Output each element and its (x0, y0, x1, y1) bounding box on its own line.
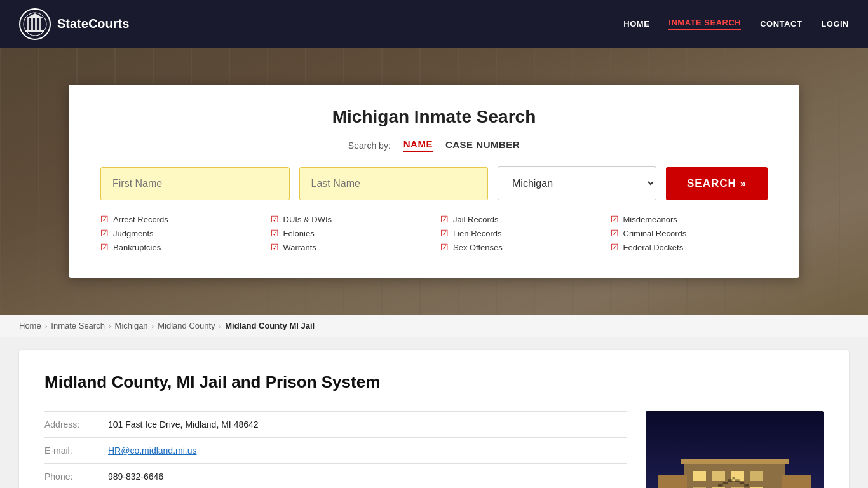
first-name-input[interactable] (100, 167, 290, 200)
header: StateCourts HOME INMATE SEARCH CONTACT L… (0, 0, 868, 48)
hero-section: Michigan Inmate Search Search by: NAME C… (0, 48, 868, 315)
tab-name[interactable]: NAME (403, 139, 433, 152)
checkbox-label-warrants: Warrants (283, 243, 316, 252)
checkbox-criminal-records: ☑ Criminal Records (611, 228, 768, 238)
phone-label: Phone: (44, 471, 108, 482)
checkbox-jail-records: ☑ Jail Records (440, 214, 598, 224)
search-modal: Michigan Inmate Search Search by: NAME C… (69, 85, 799, 278)
breadcrumb-sep-3: › (152, 322, 154, 330)
content-card: Midland County, MI Jail and Prison Syste… (19, 350, 849, 488)
logo-icon (19, 8, 51, 40)
address-value: 101 Fast Ice Drive, Midland, MI 48642 (108, 419, 259, 430)
checkbox-federal-dockets: ☑ Federal Dockets (611, 242, 768, 252)
breadcrumb: Home › Inmate Search › Michigan › Midlan… (0, 315, 868, 337)
check-icon-federal: ☑ (611, 242, 619, 252)
address-label: Address: (44, 419, 108, 430)
svg-rect-14 (731, 471, 744, 481)
svg-rect-13 (712, 471, 725, 481)
svg-rect-3 (31, 18, 33, 30)
checkbox-arrest-records: ☑ Arrest Records (100, 214, 258, 224)
breadcrumb-inmate-search[interactable]: Inmate Search (51, 321, 105, 330)
breadcrumb-sep-1: › (45, 322, 48, 330)
email-value[interactable]: HR@co.midland.mi.us (108, 445, 196, 456)
search-button[interactable]: SEARCH » (666, 167, 768, 200)
breadcrumb-home[interactable]: Home (19, 321, 41, 330)
search-by-row: Search by: NAME CASE NUMBER (100, 139, 768, 152)
info-row-email: E-mail: HR@co.midland.mi.us (44, 438, 627, 464)
search-title: Michigan Inmate Search (100, 107, 768, 127)
nav-home[interactable]: HOME (623, 19, 649, 29)
email-label: E-mail: (44, 445, 108, 456)
checkbox-label-federal: Federal Dockets (623, 243, 684, 252)
checkbox-label-criminal: Criminal Records (623, 229, 687, 238)
checkbox-label-lien: Lien Records (453, 229, 502, 238)
nav-login[interactable]: LOGIN (821, 19, 849, 29)
checkboxes-grid: ☑ Arrest Records ☑ DUIs & DWIs ☑ Jail Re… (100, 214, 768, 252)
check-icon-felonies: ☑ (271, 228, 279, 238)
checkbox-judgments: ☑ Judgments (100, 228, 258, 238)
check-icon-judgments: ☑ (100, 228, 109, 238)
search-by-label: Search by: (348, 140, 391, 151)
svg-rect-20 (681, 459, 789, 464)
check-icon-duis: ☑ (271, 214, 279, 224)
breadcrumb-sep-2: › (109, 322, 111, 330)
content-title: Midland County, MI Jail and Prison Syste… (44, 372, 824, 392)
checkbox-label-felonies: Felonies (283, 229, 315, 238)
svg-rect-15 (750, 471, 763, 481)
check-icon-lien: ☑ (440, 228, 449, 238)
info-row-phone: Phone: 989-832-6646 (44, 464, 627, 488)
check-icon-arrest: ☑ (100, 214, 109, 224)
checkbox-warrants: ☑ Warrants (271, 242, 428, 252)
svg-rect-22 (782, 475, 811, 488)
info-layout: Address: 101 Fast Ice Drive, Midland, MI… (44, 411, 824, 488)
svg-rect-4 (35, 18, 37, 30)
breadcrumb-current: Midland County MI Jail (225, 321, 315, 330)
checkbox-label-sex-offenses: Sex Offenses (453, 243, 503, 252)
checkbox-label-duis: DUIs & DWIs (283, 215, 332, 224)
checkbox-label-judgments: Judgments (113, 229, 154, 238)
building-image (646, 411, 824, 488)
info-table: Address: 101 Fast Ice Drive, Midland, MI… (44, 411, 627, 488)
content-area: Midland County, MI Jail and Prison Syste… (0, 337, 868, 488)
checkbox-misdemeanors: ☑ Misdemeanors (611, 214, 768, 224)
search-inputs-row: Michigan SEARCH » (100, 166, 768, 200)
svg-rect-2 (27, 18, 29, 30)
check-icon-misdemeanors: ☑ (611, 214, 619, 224)
check-icon-bankruptcies: ☑ (100, 242, 109, 252)
checkbox-label-arrest: Arrest Records (113, 215, 168, 224)
checkbox-lien-records: ☑ Lien Records (440, 228, 598, 238)
checkbox-label-bankruptcies: Bankruptcies (113, 243, 161, 252)
checkbox-label-misdemeanors: Misdemeanors (623, 215, 677, 224)
state-select[interactable]: Michigan (498, 166, 656, 200)
logo-text: StateCourts (57, 17, 129, 31)
svg-marker-7 (25, 13, 44, 18)
breadcrumb-sep-4: › (219, 322, 222, 330)
check-icon-sex-offenses: ☑ (440, 242, 449, 252)
last-name-input[interactable] (299, 167, 489, 200)
checkbox-sex-offenses: ☑ Sex Offenses (440, 242, 598, 252)
nav-inmate-search[interactable]: INMATE SEARCH (668, 18, 741, 30)
check-icon-jail: ☑ (440, 214, 449, 224)
svg-rect-6 (25, 30, 44, 32)
phone-value: 989-832-6646 (108, 471, 163, 482)
svg-rect-5 (39, 18, 41, 30)
breadcrumb-state[interactable]: Michigan (115, 321, 148, 330)
svg-rect-12 (693, 471, 706, 481)
checkbox-label-jail: Jail Records (453, 215, 499, 224)
check-icon-warrants: ☑ (271, 242, 279, 252)
svg-rect-21 (658, 475, 687, 488)
checkbox-felonies: ☑ Felonies (271, 228, 428, 238)
nav-links: HOME INMATE SEARCH CONTACT LOGIN (623, 18, 849, 30)
checkbox-bankruptcies: ☑ Bankruptcies (100, 242, 258, 252)
tab-case-number[interactable]: CASE NUMBER (445, 139, 520, 152)
info-row-address: Address: 101 Fast Ice Drive, Midland, MI… (44, 412, 627, 438)
breadcrumb-county[interactable]: Midland County (158, 321, 215, 330)
checkbox-duis: ☑ DUIs & DWIs (271, 214, 428, 224)
logo-area: StateCourts (19, 8, 129, 40)
nav-contact[interactable]: CONTACT (760, 19, 802, 29)
check-icon-criminal: ☑ (611, 228, 619, 238)
